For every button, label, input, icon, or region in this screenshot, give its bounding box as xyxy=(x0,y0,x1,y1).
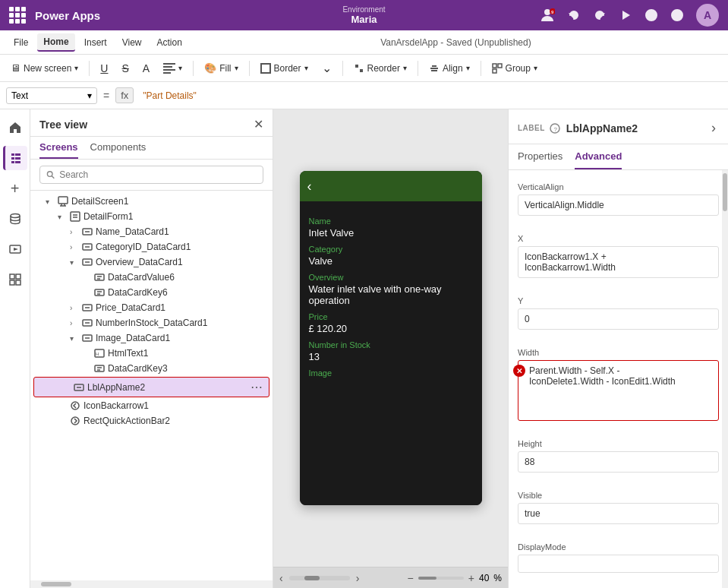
card-icon-2 xyxy=(82,242,93,252)
align-text-button[interactable]: ▾ xyxy=(159,61,187,76)
label-badge: LABEL xyxy=(518,124,545,132)
menu-insert[interactable]: Insert xyxy=(78,34,113,51)
share-icon[interactable] xyxy=(644,8,658,22)
tab-screens[interactable]: Screens xyxy=(39,141,78,159)
horizontal-scrollbar[interactable] xyxy=(289,576,350,580)
tab-components[interactable]: Components xyxy=(90,141,147,159)
sidebar-treeview-icon[interactable] xyxy=(3,146,27,170)
group-label: Group xyxy=(506,63,531,74)
reorder-icon xyxy=(354,63,364,74)
zoom-in-button[interactable]: + xyxy=(468,572,474,584)
svg-point-6 xyxy=(676,18,678,20)
phone-price-label: Price xyxy=(309,312,473,321)
sidebar-data-icon[interactable] xyxy=(3,207,27,231)
phone-back-icon[interactable]: ‹ xyxy=(307,179,312,194)
tree-close-button[interactable]: ✕ xyxy=(254,117,263,131)
menu-action[interactable]: Action xyxy=(151,34,188,51)
play-icon[interactable] xyxy=(619,8,632,22)
undo-icon[interactable] xyxy=(567,8,581,22)
tab-advanced[interactable]: Advanced xyxy=(575,144,622,169)
svg-rect-39 xyxy=(71,212,80,221)
tree-item-HtmlText1[interactable]: H HtmlText1 xyxy=(30,346,273,361)
menu-home[interactable]: Home xyxy=(37,33,74,52)
tree-item-Overview_DataCard1[interactable]: ▾ Overview_DataCard1 xyxy=(30,254,273,270)
font-size-button[interactable]: A xyxy=(138,60,154,77)
chevron-Price: › xyxy=(70,304,79,312)
right-scrollbar[interactable] xyxy=(722,170,728,588)
menu-view[interactable]: View xyxy=(116,34,148,51)
help-icon[interactable] xyxy=(670,8,684,22)
scroll-left-button[interactable]: ‹ xyxy=(279,572,283,584)
scroll-right-button[interactable]: › xyxy=(356,572,360,584)
chevron-Category: › xyxy=(70,243,79,251)
app-save-status: VanArsdelApp - Saved (Unpublished) xyxy=(380,37,531,48)
tree-scrollbar-h[interactable] xyxy=(30,580,273,588)
tree-item-IconBackarrow1[interactable]: IconBackarrow1 xyxy=(30,398,273,413)
new-screen-button[interactable]: 🖥 New screen ▾ xyxy=(6,60,83,76)
tab-properties[interactable]: Properties xyxy=(518,144,563,169)
tree-item-DataCardKey3[interactable]: DataCardKey3 xyxy=(30,361,273,376)
person-icon[interactable]: 9 xyxy=(540,8,555,23)
label-Price_DataCard1: Price_DataCard1 xyxy=(96,302,266,313)
top-bar-actions: 9 A xyxy=(540,4,719,27)
tree-item-Name_DataCard1[interactable]: › Name_DataCard1 xyxy=(30,224,273,239)
expand-button[interactable]: › xyxy=(708,117,719,139)
sidebar-add-icon[interactable]: + xyxy=(3,176,27,201)
svg-rect-19 xyxy=(493,69,496,73)
tree-item-DetailScreen1[interactable]: ▾ DetailScreen1 xyxy=(30,194,273,209)
redo-icon[interactable] xyxy=(593,8,607,22)
canvas-wrapper[interactable]: ‹ Name Inlet Valve Category Valve Overvi… xyxy=(273,109,508,567)
align-label: Align xyxy=(443,63,463,74)
zoom-slider[interactable] xyxy=(418,577,464,580)
tree-scrollbar-thumb xyxy=(41,582,71,586)
label-NumberInStock_DataCard1: NumberInStock_DataCard1 xyxy=(96,318,266,328)
tree-item-Price_DataCard1[interactable]: › Price_DataCard1 xyxy=(30,300,273,315)
reorder-button[interactable]: Reorder ▾ xyxy=(349,61,411,76)
sidebar-media-icon[interactable] xyxy=(3,237,27,261)
sidebar-home-icon[interactable] xyxy=(3,115,27,140)
tree-item-DataCardKey6[interactable]: DataCardKey6 xyxy=(30,285,273,300)
tree-item-NumberInStock_DataCard1[interactable]: › NumberInStock_DataCard1 xyxy=(30,315,273,330)
group-button[interactable]: Group ▾ xyxy=(487,61,542,76)
svg-rect-48 xyxy=(95,274,104,280)
fill-button[interactable]: 🎨 Fill ▾ xyxy=(200,60,242,76)
formula-type-selector[interactable]: Text ▾ xyxy=(6,87,97,104)
prop-label-visible: Visible xyxy=(518,491,719,500)
prop-value-verticalalign[interactable]: VerticalAlign.Middle xyxy=(518,194,719,216)
zoom-out-button[interactable]: − xyxy=(408,572,414,584)
border-button[interactable]: Border ▾ xyxy=(256,61,313,76)
formula-fx-button[interactable]: fx xyxy=(115,87,134,103)
avatar[interactable]: A xyxy=(696,4,719,27)
align-button[interactable]: Align ▾ xyxy=(424,61,474,76)
underline-button[interactable]: U xyxy=(96,60,112,77)
card-icon-4 xyxy=(82,302,93,313)
chevron-Image: ▾ xyxy=(70,334,79,343)
tree-panel: Tree view ✕ Screens Components ▾ DetailS… xyxy=(30,109,273,588)
formula-input[interactable]: "Part Details" xyxy=(137,88,722,103)
chevron-DetailForm1: ▾ xyxy=(58,213,67,221)
prop-value-height[interactable]: 88 xyxy=(518,451,719,473)
prop-value-x[interactable]: IconBackarrow1.X + IconBackarrow1.Width xyxy=(518,246,719,278)
tree-item-LblAppName2[interactable]: LblAppName2 ⋯ xyxy=(33,377,269,397)
more-options-button[interactable]: ⋯ xyxy=(251,380,263,394)
tree-item-CategoryID_DataCard1[interactable]: › CategoryID_DataCard1 xyxy=(30,239,273,254)
label-RectQuickActionBar2: RectQuickActionBar2 xyxy=(84,416,266,426)
sidebar-components-icon[interactable] xyxy=(3,267,27,292)
search-input[interactable] xyxy=(59,169,257,180)
tree-item-Image_DataCard1[interactable]: ▾ Image_DataCard1 xyxy=(30,330,273,346)
strikethrough-button[interactable]: S xyxy=(117,60,133,77)
html-icon: H xyxy=(94,348,105,359)
tree-item-RectQuickActionBar2[interactable]: RectQuickActionBar2 xyxy=(30,413,273,428)
menu-file[interactable]: File xyxy=(8,34,34,51)
svg-rect-12 xyxy=(355,65,358,68)
prop-value-y[interactable]: 0 xyxy=(518,308,719,330)
tree-item-DataCardValue6[interactable]: DataCardValue6 xyxy=(30,270,273,285)
more-toolbar-button[interactable]: ⌄ xyxy=(317,58,336,77)
prop-value-visible[interactable]: true xyxy=(518,503,719,524)
prop-value-displaymode[interactable] xyxy=(518,555,719,573)
question-circle-icon[interactable]: ? xyxy=(550,123,560,134)
group-chevron: ▾ xyxy=(534,64,537,72)
prop-value-width[interactable]: Parent.Width - Self.X - IconDelete1.Widt… xyxy=(518,360,719,421)
waffle-icon[interactable] xyxy=(9,7,26,24)
tree-item-DetailForm1[interactable]: ▾ DetailForm1 xyxy=(30,209,273,224)
